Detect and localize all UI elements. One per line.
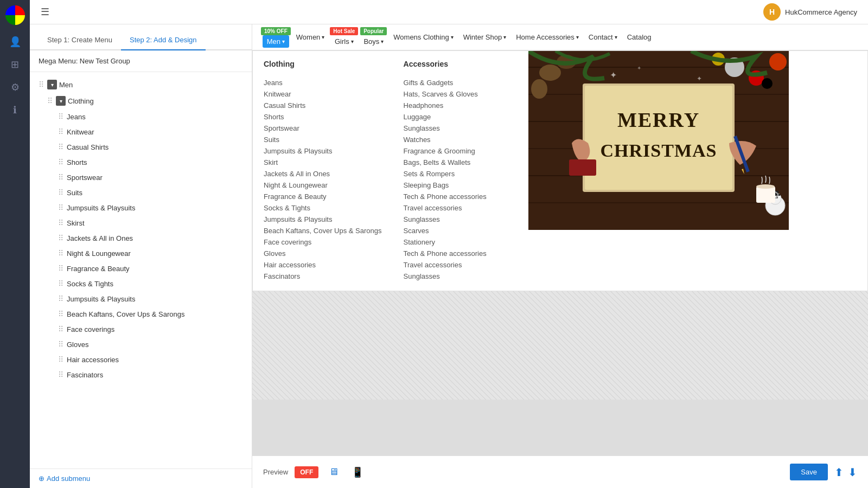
sidebar-icon-info[interactable]: ℹ — [13, 104, 17, 116]
nav-item-catalog[interactable]: Catalog — [623, 31, 656, 43]
mega-link[interactable]: Sleeping Bags — [404, 179, 518, 191]
mega-link[interactable]: Stationery — [404, 236, 518, 248]
list-item[interactable]: ⠿Face coverings — [30, 322, 252, 337]
tree-label: Jumpsuits & Playsuits — [67, 204, 135, 212]
avatar: H — [763, 3, 781, 21]
tree-label: Socks & Tights — [67, 280, 113, 288]
mega-link[interactable]: Travel accessories — [404, 259, 518, 271]
import-button[interactable]: ⬆ — [834, 466, 844, 479]
mega-link[interactable]: Night & Loungewear — [264, 179, 382, 191]
tree-item-men[interactable]: ⠿ ▾ Men — [30, 76, 252, 93]
list-item[interactable]: ⠿Jumpsuits & Playsuits — [30, 200, 252, 215]
nav-label-womens-clothing: Womens Clothing — [393, 33, 449, 41]
mega-link[interactable]: Headphones — [404, 100, 518, 111]
desktop-view-button[interactable]: 🖥 — [325, 464, 342, 481]
mega-link[interactable]: Sunglasses — [404, 123, 518, 134]
step2-tab[interactable]: Step 2: Add & Design — [121, 30, 206, 50]
list-item[interactable]: ⠿Jeans — [30, 109, 252, 124]
nav-item-womens-clothing[interactable]: Womens Clothing ▾ — [389, 31, 457, 43]
list-item[interactable]: ⠿Fragrance & Beauty — [30, 261, 252, 276]
mega-link[interactable]: Beach Kaftans, Cover Ups & Sarongs — [264, 225, 382, 236]
mega-link[interactable]: Sunglasses — [404, 214, 518, 225]
list-item[interactable]: ⠿Jumpsuits & Playsuits — [30, 291, 252, 306]
mega-link[interactable]: Watches — [404, 134, 518, 145]
tree-label: Face coverings — [67, 325, 114, 333]
preview-toggle[interactable]: OFF — [295, 466, 318, 478]
svg-point-29 — [756, 184, 775, 189]
mega-link[interactable]: Shorts — [264, 111, 382, 123]
mega-link[interactable]: Tech & Phone accessories — [404, 248, 518, 259]
mega-link[interactable]: Sportswear — [264, 123, 382, 134]
nav-item-winter[interactable]: Winter Shop ▾ — [459, 31, 511, 43]
hamburger-icon[interactable]: ☰ — [41, 6, 49, 18]
collapse-men[interactable]: ▾ — [47, 80, 57, 89]
mega-link[interactable]: Travel accessories — [404, 202, 518, 214]
list-item[interactable]: ⠿Socks & Tights — [30, 276, 252, 291]
sidebar-icon-users[interactable]: 👤 — [9, 36, 21, 48]
nav-arrow-contact: ▾ — [615, 34, 617, 40]
step1-tab[interactable]: Step 1: Create Menu — [39, 30, 121, 50]
mega-link[interactable]: Gloves — [264, 248, 382, 259]
mega-link[interactable]: Hats, Scarves & Gloves — [404, 88, 518, 100]
tree-label: Jumpsuits & Playsuits — [67, 295, 135, 303]
mega-link[interactable]: Fragrance & Grooming — [404, 145, 518, 157]
mega-link[interactable]: Knitwear — [264, 88, 382, 100]
tree-label: Casual Shirts — [67, 143, 108, 151]
list-item[interactable]: ⠿Night & Loungewear — [30, 246, 252, 261]
desktop-icon: 🖥 — [329, 466, 339, 478]
list-item[interactable]: ⠿Skirst — [30, 215, 252, 230]
mega-link[interactable]: Fragrance & Beauty — [264, 191, 382, 202]
nav-item-contact[interactable]: Contact ▾ — [584, 31, 622, 43]
mega-link[interactable]: Casual Shirts — [264, 100, 382, 111]
mega-link[interactable]: Bags, Belts & Wallets — [404, 157, 518, 168]
mega-link[interactable]: Suits — [264, 134, 382, 145]
mobile-view-button[interactable]: 📱 — [349, 464, 366, 481]
list-item[interactable]: ⠿Suits — [30, 185, 252, 200]
bottom-bar: Preview OFF 🖥 📱 Save ⬆ ⬇ — [252, 455, 868, 488]
mega-link[interactable]: Jumpsuits & Playsuits — [264, 145, 382, 157]
nav-item-men[interactable]: Men ▾ — [263, 35, 289, 48]
mega-link[interactable]: Scarves — [404, 225, 518, 236]
nav-item-boys[interactable]: Boys ▾ — [359, 35, 388, 48]
list-item[interactable]: ⠿Hair accessories — [30, 352, 252, 367]
drag-handle: ⠿ — [58, 249, 63, 258]
export-button[interactable]: ⬇ — [848, 466, 857, 479]
list-item[interactable]: ⠿Jackets & All in Ones — [30, 230, 252, 246]
mega-link[interactable]: Luggage — [404, 111, 518, 123]
mega-link[interactable]: Skirt — [264, 157, 382, 168]
mega-link[interactable]: Jeans — [264, 77, 382, 88]
list-item[interactable]: ⠿Gloves — [30, 337, 252, 352]
sidebar-icon-settings[interactable]: ⚙ — [11, 81, 20, 93]
list-item[interactable]: ⠿Sportswear — [30, 170, 252, 185]
sidebar-icon-layers[interactable]: ⊞ — [11, 59, 19, 70]
svg-point-9 — [531, 79, 547, 99]
right-panel: 10% OFF Men ▾ Women ▾ Hot Sale — [252, 24, 868, 488]
mega-link[interactable]: Jackets & All in Ones — [264, 168, 382, 179]
mega-link[interactable]: Fascinators — [264, 271, 382, 282]
list-item[interactable]: ⠿Shorts — [30, 155, 252, 170]
nav-item-girls[interactable]: Girls ▾ — [330, 35, 358, 48]
add-submenu-button[interactable]: ⊕ Add submenu — [39, 474, 90, 483]
topbar-left: ☰ — [41, 6, 49, 18]
mega-link[interactable]: Tech & Phone accessories — [404, 191, 518, 202]
save-button[interactable]: Save — [790, 464, 828, 480]
mega-link[interactable]: Jumpsuits & Playsuits — [264, 214, 382, 225]
mega-link[interactable]: Hair accessories — [264, 259, 382, 271]
mega-link[interactable]: Sunglasses — [404, 271, 518, 282]
mega-link[interactable]: Sets & Rompers — [404, 168, 518, 179]
list-item[interactable]: ⠿Casual Shirts — [30, 139, 252, 155]
list-item[interactable]: ⠿Knitwear — [30, 124, 252, 139]
list-item[interactable]: ⠿Beach Kaftans, Cover Ups & Sarongs — [30, 306, 252, 322]
nav-item-women[interactable]: Women ▾ — [292, 31, 329, 43]
nav-item-home-acc[interactable]: Home Accessories ▾ — [512, 31, 583, 43]
collapse-clothing[interactable]: ▾ — [56, 96, 66, 106]
mega-link[interactable]: Face coverings — [264, 236, 382, 248]
mega-link[interactable]: Socks & Tights — [264, 202, 382, 214]
list-item[interactable]: ⠿Fascinators — [30, 367, 252, 382]
panel-title: Mega Menu: New Test Group — [30, 50, 252, 72]
preview-area: 10% OFF Men ▾ Women ▾ Hot Sale — [252, 24, 868, 455]
svg-point-7 — [539, 65, 561, 81]
tree-item-clothing[interactable]: ⠿ ▾ Clothing — [30, 93, 252, 109]
mega-link[interactable]: Gifts & Gadgets — [404, 77, 518, 88]
men-badge: 10% OFF — [261, 27, 291, 35]
